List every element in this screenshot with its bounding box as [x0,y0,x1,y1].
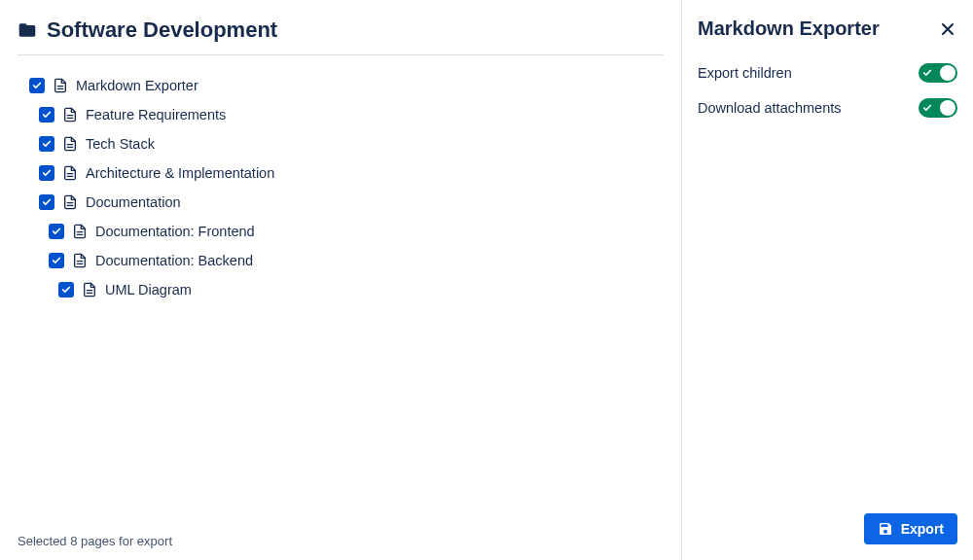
page-icon [62,107,78,122]
side-header: Markdown Exporter [698,18,957,40]
tree-item-label: Tech Stack [86,136,155,152]
page-tree: Markdown ExporterFeature RequirementsTec… [18,71,664,526]
toggle-knob [940,100,955,116]
tree-item-label: Documentation: Frontend [95,224,255,239]
option-label-export-children: Export children [698,65,792,81]
option-export-children: Export children [698,63,957,83]
tree-item-label: Documentation [86,194,181,210]
checkbox[interactable] [39,136,54,152]
tree-row[interactable]: Markdown Exporter [18,71,664,100]
check-icon [922,68,932,78]
tree-item-label: Markdown Exporter [76,78,198,93]
close-icon[interactable] [938,19,957,39]
tree-item-label: Documentation: Backend [95,253,253,268]
toggle-download-attachments[interactable] [919,98,957,118]
checkbox[interactable] [39,107,54,122]
selection-status: Selected 8 pages for export [18,526,664,548]
main-panel: Software Development Markdown ExporterFe… [0,0,681,560]
option-download-attachments: Download attachments [698,98,957,118]
tree-row[interactable]: Documentation: Backend [18,246,664,275]
export-row: Export [698,513,957,544]
tree-item-label: Feature Requirements [86,107,226,122]
checkbox[interactable] [49,253,64,268]
tree-item-label: Architecture & Implementation [86,165,274,181]
side-title: Markdown Exporter [698,18,880,40]
tree-row[interactable]: Feature Requirements [18,100,664,129]
checkbox[interactable] [39,165,54,181]
export-button[interactable]: Export [864,513,957,544]
tree-row[interactable]: Documentation: Frontend [18,217,664,246]
checkbox[interactable] [39,194,54,210]
save-icon [878,521,893,537]
checkbox[interactable] [29,78,45,93]
export-button-label: Export [901,521,944,537]
tree-item-label: UML Diagram [105,282,192,298]
option-label-download-attachments: Download attachments [698,100,842,116]
title-row: Software Development [18,18,664,55]
page-icon [53,78,68,93]
tree-row[interactable]: Documentation [18,188,664,217]
tree-row[interactable]: UML Diagram [18,275,664,304]
checkbox[interactable] [58,282,74,298]
page-icon [62,194,78,210]
toggle-export-children[interactable] [919,63,957,83]
tree-row[interactable]: Architecture & Implementation [18,158,664,188]
page-icon [72,253,88,268]
side-panel: Markdown Exporter Export children Downlo… [681,0,973,560]
page-icon [62,165,78,181]
page-icon [72,224,88,239]
check-icon [922,103,932,113]
page-icon [82,282,97,298]
checkbox[interactable] [49,224,64,239]
tree-row[interactable]: Tech Stack [18,129,664,158]
toggle-knob [940,65,955,81]
folder-icon [18,20,37,40]
page-icon [62,136,78,152]
page-title: Software Development [47,18,277,43]
